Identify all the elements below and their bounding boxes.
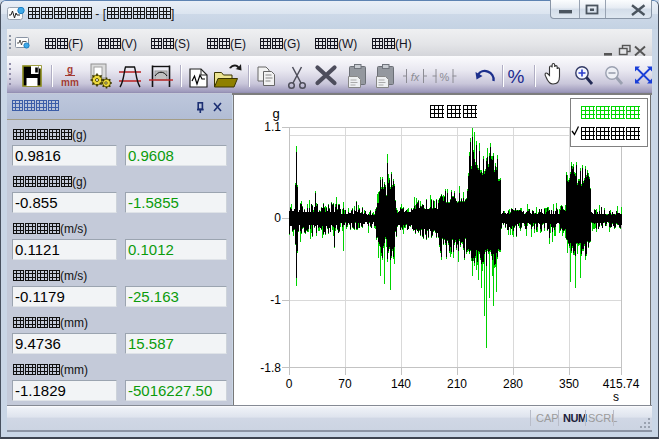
svg-text:-1: -1	[270, 293, 281, 307]
svg-text:%: %	[440, 71, 450, 83]
svg-text:140: 140	[391, 377, 411, 391]
svg-text:0: 0	[274, 211, 281, 225]
svg-text:mm: mm	[61, 77, 79, 88]
svg-text:s: s	[613, 390, 619, 404]
svg-text:fx: fx	[411, 71, 420, 83]
svg-text:350: 350	[559, 377, 579, 391]
svg-text:280: 280	[503, 377, 523, 391]
svg-text:-1.8: -1.8	[260, 361, 281, 375]
svg-text:70: 70	[338, 377, 352, 391]
svg-text:210: 210	[447, 377, 467, 391]
svg-text:g: g	[272, 106, 279, 121]
svg-text:%: %	[508, 66, 525, 87]
svg-text:0: 0	[286, 377, 293, 391]
svg-text:g: g	[67, 64, 73, 75]
svg-text:1.1: 1.1	[264, 120, 281, 134]
svg-text:415.74: 415.74	[603, 377, 640, 391]
